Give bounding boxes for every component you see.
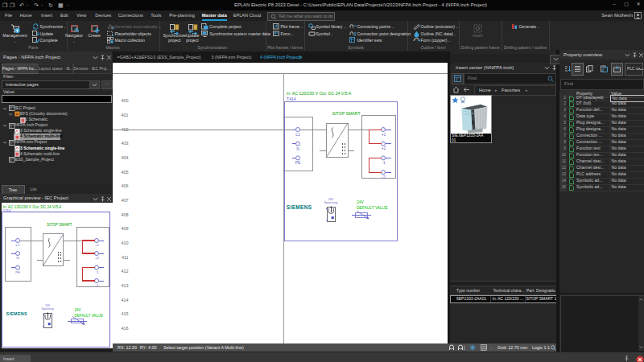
preview-panel-chevron-down-icon[interactable] <box>93 196 98 202</box>
ribbon-button-symbol-library[interactable]: Symbol library⌄ <box>308 23 347 30</box>
tree-item-iec-project[interactable]: IEC Project <box>0 105 112 111</box>
window-maximize-button[interactable]: ▢ <box>621 0 632 10</box>
preview-canvas[interactable]: In: AC 120/230 V Out: DC 24 V/5 AT414SIT… <box>2 203 113 348</box>
tree-item-efs-circuitry-documents-[interactable]: EFS (Circuitry documents) <box>0 111 112 117</box>
tree-item-1-schematic[interactable]: 1 Schematic <box>0 117 112 122</box>
pages-panel-close-icon[interactable] <box>106 55 112 60</box>
insert-chevron-down-icon[interactable] <box>544 65 550 71</box>
splitter-left[interactable] <box>448 51 450 343</box>
part-table-row[interactable]: 6EP1333-2AA01In: AC 120/230 ...SITOP SMA… <box>450 295 557 303</box>
tree-expander-icon[interactable] <box>8 112 13 117</box>
filter-dropdown-arrow[interactable] <box>89 81 99 88</box>
back-arrow-icon[interactable] <box>463 86 470 93</box>
menu-item-eplan-cloud[interactable]: EPLAN Cloud <box>233 10 262 21</box>
tree-expander-icon[interactable] <box>2 123 7 128</box>
quick-redo-icon[interactable]: ↷ <box>34 1 39 10</box>
document-tab-2[interactable]: 3 (NFPA mm Project) <box>212 51 252 63</box>
property-find-input[interactable]: Find <box>560 79 644 90</box>
breadcrumb-favorites[interactable]: Favorites <box>502 86 520 95</box>
bottom-tab-list[interactable]: List <box>24 185 43 194</box>
ribbon-button-plot-frame[interactable]: Plot frame⌄ <box>273 23 303 30</box>
quick-copy-icon[interactable]: ❐ <box>2 1 7 10</box>
part-tile[interactable]: SIE.6EP1333-2AA01 <box>451 96 491 142</box>
document-tab-1[interactable]: =GAB2+A2&EFS1/1 (ESS_Sample_Project) <box>118 51 201 63</box>
property-row-15[interactable]: 15Symbolic ad...No data <box>559 184 644 191</box>
drawing-canvas[interactable]: 4004014024034044054064074084094104114124… <box>113 63 448 343</box>
menu-item-home[interactable]: Home <box>20 10 32 21</box>
ribbon-button-form-copper-[interactable]: Form (copper)⌄ <box>413 37 452 43</box>
window-close-button[interactable]: ✕ <box>633 0 644 10</box>
value-input[interactable] <box>2 95 112 103</box>
message-pin-icon[interactable] <box>624 356 630 362</box>
menu-item-devices[interactable]: Devices <box>95 10 111 21</box>
window-minimize-button[interactable]: – <box>609 0 620 10</box>
property-value-cell[interactable]: No data <box>610 171 643 177</box>
scrollbar[interactable] <box>638 296 644 351</box>
tree-item-3-schematic-single-line[interactable]: 3 Schematic single-line <box>0 128 112 134</box>
pages-panel-pin-icon[interactable] <box>100 55 105 60</box>
property-value-cell[interactable]: No data <box>610 158 643 164</box>
insert-view-button[interactable] <box>452 73 464 84</box>
menu-item-master-data[interactable]: Master data <box>202 10 227 21</box>
ribbon-button-macro-collection[interactable]: Macro collection <box>107 37 145 43</box>
ribbon-button-form[interactable]: Form⌄ <box>273 31 295 37</box>
tree-item-3-schematic-single-line[interactable]: 3 Schematic single-line <box>0 146 112 151</box>
insert-find-input[interactable]: Find <box>464 73 556 84</box>
preview-panel-close-icon[interactable] <box>106 196 112 202</box>
tree-item-nfpa-mm-project[interactable]: NFPA mm Project <box>0 139 112 145</box>
property-value-cell[interactable]: No data <box>610 107 643 113</box>
menu-item-connections[interactable]: Connections <box>118 10 143 21</box>
ribbon-button-outline-extrusion-[interactable]: Outline (extrusion)⌄ <box>413 23 459 30</box>
property-panel-close-icon[interactable] <box>638 52 644 58</box>
ribbon-button-complete-project[interactable]: Complete project <box>201 23 241 30</box>
tab-close-icon[interactable]: ✕ <box>299 51 303 63</box>
menu-item-file[interactable]: File <box>5 10 12 21</box>
quick-undo-icon[interactable]: ↶ <box>19 1 24 10</box>
property-value-cell[interactable]: No data <box>610 101 643 106</box>
menu-item-insert[interactable]: Insert <box>41 10 52 21</box>
ribbon-button-complete[interactable]: Complete <box>32 37 58 43</box>
ribbon-button-generate[interactable]: Generate⌄ <box>511 23 540 30</box>
menu-item-tools[interactable]: Tools <box>151 10 161 21</box>
ribbon-button-connecting-points[interactable]: Connecting points⌄ <box>349 23 394 30</box>
pages-panel-chevron-down-icon[interactable] <box>93 55 98 60</box>
preview-panel-pin-icon[interactable] <box>100 196 105 202</box>
quick-paste-icon[interactable]: ❐ <box>10 1 14 10</box>
ribbon-button-symbol[interactable]: Symbol⌄ <box>308 31 334 37</box>
property-tool-list-icon[interactable] <box>572 63 584 76</box>
property-tool-import-icon[interactable] <box>611 63 623 76</box>
property-panel-chevron-down-icon[interactable] <box>625 52 630 58</box>
quick-chev3[interactable]: ⌄ <box>66 0 69 9</box>
quick-chev1[interactable]: ⌄ <box>26 0 29 9</box>
ribbon-button-management[interactable]: Management⌄ <box>2 23 28 43</box>
quick-refresh-icon[interactable]: ↻ <box>48 1 53 10</box>
property-value-cell[interactable]: No data <box>610 165 643 171</box>
ribbon-button-insert[interactable]: Insert <box>465 23 491 39</box>
home-icon[interactable] <box>452 86 460 93</box>
panel-tab-1[interactable]: Pages - NFPA Inc... <box>2 64 39 74</box>
tree-item-4-schematic-multi-line[interactable]: 4 Schematic multi-line <box>0 151 112 157</box>
property-panel-pin-icon[interactable] <box>632 52 638 58</box>
panel-tab-3[interactable]: Devices - IEC Proj... <box>73 64 111 74</box>
ribbon-button-connection-point-designation[interactable]: Connection point designation <box>349 31 411 37</box>
menu-item-view[interactable]: View <box>76 10 86 21</box>
filter-dropdown[interactable]: Interactive pages <box>2 80 100 89</box>
property-tool-copy-icon[interactable] <box>584 63 595 74</box>
property-value-cell[interactable]: No data <box>610 133 643 138</box>
toolbar-overflow[interactable]: — <box>640 67 644 72</box>
document-tab-3[interactable]: 4 (NFPA Inch Project) <box>260 51 301 63</box>
ribbon-button-outline-nc-data-[interactable]: Outline (NC data)⌄ <box>413 31 457 37</box>
grid-chevron-icon[interactable]: ⌄ <box>489 345 493 352</box>
tree-expander-icon[interactable] <box>2 140 7 145</box>
panel-tab-2[interactable]: Layout space - IE... <box>38 64 73 74</box>
property-value-cell[interactable]: No data <box>610 139 643 145</box>
dismiss-error-icon[interactable] <box>636 356 644 362</box>
property-value-cell[interactable]: No data <box>610 120 643 125</box>
filter-browse-button[interactable]: … <box>101 80 113 89</box>
ribbon-button-generate-automatically[interactable]: Generate automatically⌄ <box>107 23 162 30</box>
quick-table-icon[interactable]: ▦ <box>58 1 64 10</box>
tell-me-search[interactable]: Tell me what you want to do <box>267 12 335 22</box>
tree-item-4-schematic-multi-line[interactable]: 4 Schematic multi-line <box>0 134 112 139</box>
ribbon-button-placeholder-objects[interactable]: Placeholder objects <box>107 31 151 37</box>
property-value-cell[interactable]: No data <box>610 184 643 190</box>
